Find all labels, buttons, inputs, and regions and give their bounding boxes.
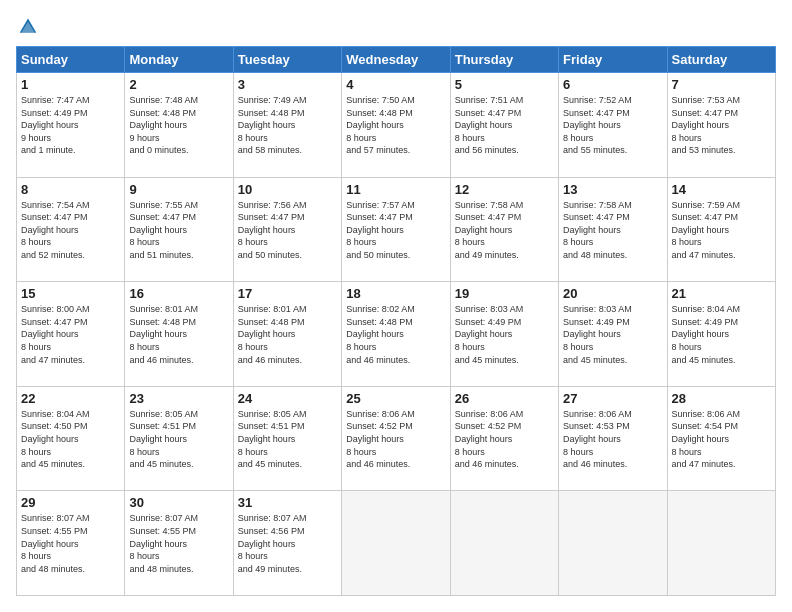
weekday-header-sunday: Sunday	[17, 47, 125, 73]
day-number: 11	[346, 182, 445, 197]
day-info: Sunrise: 8:03 AMSunset: 4:49 PMDaylight …	[563, 303, 662, 366]
calendar-cell: 19Sunrise: 8:03 AMSunset: 4:49 PMDayligh…	[450, 282, 558, 387]
day-info: Sunrise: 8:02 AMSunset: 4:48 PMDaylight …	[346, 303, 445, 366]
day-number: 31	[238, 495, 337, 510]
day-number: 7	[672, 77, 771, 92]
day-number: 26	[455, 391, 554, 406]
calendar-cell: 20Sunrise: 8:03 AMSunset: 4:49 PMDayligh…	[559, 282, 667, 387]
day-info: Sunrise: 7:54 AMSunset: 4:47 PMDaylight …	[21, 199, 120, 262]
calendar-cell: 31Sunrise: 8:07 AMSunset: 4:56 PMDayligh…	[233, 491, 341, 596]
day-number: 13	[563, 182, 662, 197]
calendar-cell: 5Sunrise: 7:51 AMSunset: 4:47 PMDaylight…	[450, 73, 558, 178]
day-number: 22	[21, 391, 120, 406]
weekday-header-monday: Monday	[125, 47, 233, 73]
day-info: Sunrise: 8:04 AMSunset: 4:50 PMDaylight …	[21, 408, 120, 471]
calendar-cell: 7Sunrise: 7:53 AMSunset: 4:47 PMDaylight…	[667, 73, 775, 178]
calendar-cell: 22Sunrise: 8:04 AMSunset: 4:50 PMDayligh…	[17, 386, 125, 491]
logo-icon	[18, 16, 38, 36]
day-number: 21	[672, 286, 771, 301]
weekday-header-friday: Friday	[559, 47, 667, 73]
day-number: 3	[238, 77, 337, 92]
calendar-week-5: 29Sunrise: 8:07 AMSunset: 4:55 PMDayligh…	[17, 491, 776, 596]
calendar-cell: 1Sunrise: 7:47 AMSunset: 4:49 PMDaylight…	[17, 73, 125, 178]
day-info: Sunrise: 8:06 AMSunset: 4:53 PMDaylight …	[563, 408, 662, 471]
day-number: 29	[21, 495, 120, 510]
calendar-cell: 24Sunrise: 8:05 AMSunset: 4:51 PMDayligh…	[233, 386, 341, 491]
day-info: Sunrise: 8:06 AMSunset: 4:54 PMDaylight …	[672, 408, 771, 471]
day-number: 23	[129, 391, 228, 406]
calendar-cell: 17Sunrise: 8:01 AMSunset: 4:48 PMDayligh…	[233, 282, 341, 387]
day-number: 16	[129, 286, 228, 301]
day-info: Sunrise: 8:00 AMSunset: 4:47 PMDaylight …	[21, 303, 120, 366]
calendar-cell	[450, 491, 558, 596]
day-number: 1	[21, 77, 120, 92]
day-info: Sunrise: 7:57 AMSunset: 4:47 PMDaylight …	[346, 199, 445, 262]
day-info: Sunrise: 7:58 AMSunset: 4:47 PMDaylight …	[455, 199, 554, 262]
weekday-header-wednesday: Wednesday	[342, 47, 450, 73]
day-info: Sunrise: 8:07 AMSunset: 4:56 PMDaylight …	[238, 512, 337, 575]
day-info: Sunrise: 7:58 AMSunset: 4:47 PMDaylight …	[563, 199, 662, 262]
day-number: 30	[129, 495, 228, 510]
calendar-cell: 3Sunrise: 7:49 AMSunset: 4:48 PMDaylight…	[233, 73, 341, 178]
day-info: Sunrise: 8:06 AMSunset: 4:52 PMDaylight …	[455, 408, 554, 471]
day-number: 15	[21, 286, 120, 301]
day-info: Sunrise: 7:59 AMSunset: 4:47 PMDaylight …	[672, 199, 771, 262]
day-number: 25	[346, 391, 445, 406]
calendar-cell: 16Sunrise: 8:01 AMSunset: 4:48 PMDayligh…	[125, 282, 233, 387]
day-info: Sunrise: 8:01 AMSunset: 4:48 PMDaylight …	[238, 303, 337, 366]
calendar-cell: 11Sunrise: 7:57 AMSunset: 4:47 PMDayligh…	[342, 177, 450, 282]
calendar-cell: 30Sunrise: 8:07 AMSunset: 4:55 PMDayligh…	[125, 491, 233, 596]
day-info: Sunrise: 7:53 AMSunset: 4:47 PMDaylight …	[672, 94, 771, 157]
day-info: Sunrise: 7:47 AMSunset: 4:49 PMDaylight …	[21, 94, 120, 157]
day-number: 6	[563, 77, 662, 92]
weekday-header-tuesday: Tuesday	[233, 47, 341, 73]
day-info: Sunrise: 7:55 AMSunset: 4:47 PMDaylight …	[129, 199, 228, 262]
day-info: Sunrise: 7:52 AMSunset: 4:47 PMDaylight …	[563, 94, 662, 157]
weekday-header-thursday: Thursday	[450, 47, 558, 73]
day-number: 12	[455, 182, 554, 197]
day-info: Sunrise: 8:07 AMSunset: 4:55 PMDaylight …	[129, 512, 228, 575]
day-number: 28	[672, 391, 771, 406]
calendar-cell	[559, 491, 667, 596]
day-number: 24	[238, 391, 337, 406]
calendar-cell	[342, 491, 450, 596]
calendar-cell: 25Sunrise: 8:06 AMSunset: 4:52 PMDayligh…	[342, 386, 450, 491]
calendar-cell: 9Sunrise: 7:55 AMSunset: 4:47 PMDaylight…	[125, 177, 233, 282]
day-info: Sunrise: 8:01 AMSunset: 4:48 PMDaylight …	[129, 303, 228, 366]
calendar-cell	[667, 491, 775, 596]
calendar-week-4: 22Sunrise: 8:04 AMSunset: 4:50 PMDayligh…	[17, 386, 776, 491]
day-info: Sunrise: 7:49 AMSunset: 4:48 PMDaylight …	[238, 94, 337, 157]
calendar-cell: 10Sunrise: 7:56 AMSunset: 4:47 PMDayligh…	[233, 177, 341, 282]
day-info: Sunrise: 8:07 AMSunset: 4:55 PMDaylight …	[21, 512, 120, 575]
calendar-cell: 18Sunrise: 8:02 AMSunset: 4:48 PMDayligh…	[342, 282, 450, 387]
calendar-cell: 27Sunrise: 8:06 AMSunset: 4:53 PMDayligh…	[559, 386, 667, 491]
day-number: 10	[238, 182, 337, 197]
calendar-cell: 13Sunrise: 7:58 AMSunset: 4:47 PMDayligh…	[559, 177, 667, 282]
calendar-cell: 12Sunrise: 7:58 AMSunset: 4:47 PMDayligh…	[450, 177, 558, 282]
day-number: 14	[672, 182, 771, 197]
calendar-header-row: SundayMondayTuesdayWednesdayThursdayFrid…	[17, 47, 776, 73]
header	[16, 16, 776, 36]
calendar-cell: 4Sunrise: 7:50 AMSunset: 4:48 PMDaylight…	[342, 73, 450, 178]
day-number: 5	[455, 77, 554, 92]
page: SundayMondayTuesdayWednesdayThursdayFrid…	[0, 0, 792, 612]
day-info: Sunrise: 7:48 AMSunset: 4:48 PMDaylight …	[129, 94, 228, 157]
logo	[16, 16, 38, 36]
day-number: 8	[21, 182, 120, 197]
calendar-week-2: 8Sunrise: 7:54 AMSunset: 4:47 PMDaylight…	[17, 177, 776, 282]
day-info: Sunrise: 7:50 AMSunset: 4:48 PMDaylight …	[346, 94, 445, 157]
calendar-cell: 26Sunrise: 8:06 AMSunset: 4:52 PMDayligh…	[450, 386, 558, 491]
day-number: 19	[455, 286, 554, 301]
calendar-cell: 21Sunrise: 8:04 AMSunset: 4:49 PMDayligh…	[667, 282, 775, 387]
calendar-cell: 28Sunrise: 8:06 AMSunset: 4:54 PMDayligh…	[667, 386, 775, 491]
day-info: Sunrise: 8:06 AMSunset: 4:52 PMDaylight …	[346, 408, 445, 471]
calendar-cell: 15Sunrise: 8:00 AMSunset: 4:47 PMDayligh…	[17, 282, 125, 387]
day-number: 18	[346, 286, 445, 301]
day-number: 20	[563, 286, 662, 301]
calendar-week-3: 15Sunrise: 8:00 AMSunset: 4:47 PMDayligh…	[17, 282, 776, 387]
calendar-cell: 6Sunrise: 7:52 AMSunset: 4:47 PMDaylight…	[559, 73, 667, 178]
day-number: 17	[238, 286, 337, 301]
day-info: Sunrise: 7:56 AMSunset: 4:47 PMDaylight …	[238, 199, 337, 262]
day-number: 9	[129, 182, 228, 197]
day-number: 4	[346, 77, 445, 92]
